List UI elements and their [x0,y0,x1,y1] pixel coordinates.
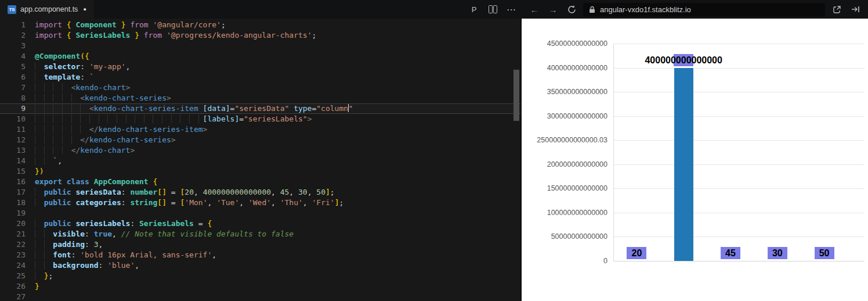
code-line[interactable]: 3 [0,41,520,51]
code-text: `, [26,156,62,166]
code-line[interactable]: 5 selector: 'my-app', [0,62,520,72]
code-line[interactable]: 22 padding: 3, [0,239,520,250]
line-number[interactable]: 13 [0,145,26,156]
code-token: : [85,230,94,238]
code-token: public [44,198,71,207]
code-text: <kendo-chart-series> [26,93,171,103]
code-line[interactable]: 10 [labels]="seriesLabels"> [0,114,520,124]
line-number[interactable]: 12 [0,135,26,145]
line-number[interactable]: 24 [0,260,26,271]
y-axis-tick-label: 50000000000000 [522,232,607,241]
code-line[interactable]: 1import { Component } from '@angular/cor… [0,20,520,30]
refresh-button[interactable] [565,2,578,16]
open-preview-pane-button[interactable] [848,2,862,16]
code-line[interactable]: 2import { SeriesLabels } from '@progress… [0,30,520,41]
line-number[interactable]: 19 [0,208,26,218]
line-number[interactable]: 4 [0,51,26,62]
code-line[interactable]: 9 <kendo-chart-series-item [data]="serie… [0,103,520,114]
code-line[interactable]: 6 template: ` [0,72,520,83]
code-line[interactable]: 20 public seriesLabels: SeriesLabels = { [0,218,520,229]
editor-scrollbar[interactable] [513,70,519,121]
line-number[interactable]: 2 [0,30,26,41]
line-number[interactable]: 11 [0,124,26,135]
code-token: { [67,20,71,29]
line-number[interactable]: 6 [0,72,26,83]
code-line[interactable]: 7 <kendo-chart> [0,83,520,93]
code-token: ; [330,188,335,196]
code-editor[interactable]: 1import { Component } from '@angular/cor… [0,19,520,301]
line-number[interactable]: 27 [0,292,26,301]
line-number[interactable]: 3 [0,41,26,51]
code-text: public seriesData: number[] = [20, 40000… [26,187,335,198]
line-number[interactable]: 21 [0,229,26,239]
line-number[interactable]: 10 [0,114,26,124]
code-line[interactable]: 13 </kendo-chart> [0,145,520,156]
code-line[interactable]: 11 </kendo-chart-series-item> [0,124,520,135]
code-token [289,104,294,113]
line-number[interactable]: 9 [0,103,26,114]
line-number[interactable]: 14 [0,156,26,166]
line-number[interactable]: 5 [0,62,26,72]
code-line[interactable]: 12 </kendo-chart-series> [0,135,520,145]
line-number[interactable]: 17 [0,187,26,198]
code-line[interactable]: 15}) [0,166,520,177]
code-line[interactable]: 16export class AppComponent { [0,177,520,187]
line-number[interactable]: 20 [0,218,26,229]
line-number[interactable]: 22 [0,239,26,250]
tab-label: app.component.ts [20,5,78,13]
code-line[interactable]: 26} [0,281,520,292]
code-token: > [171,135,176,144]
back-button[interactable]: ← [527,2,541,16]
gridline [613,92,865,92]
code-text: export class AppComponent { [26,177,157,187]
line-number[interactable]: 7 [0,83,26,93]
code-token: : [80,62,89,71]
code-token [35,104,89,113]
line-number[interactable]: 1 [0,20,26,30]
code-text: }; [26,271,53,281]
gridline [613,116,865,117]
code-token [198,104,203,113]
chart-bar[interactable] [674,68,693,261]
code-token: > [308,114,312,123]
code-text: import { Component } from '@angular/core… [26,20,226,30]
code-line[interactable]: 18 public categories: string[] = ['Mon',… [0,198,520,208]
code-token: : [71,250,81,259]
code-token: = [194,219,207,228]
y-axis-tick-label: 300000000000000 [522,112,607,121]
code-token: : [121,198,131,207]
more-actions-button[interactable]: ⋯ [504,2,518,16]
code-token: ` [53,156,57,165]
series-label-text: 20 [631,248,642,259]
code-token: categories [75,198,121,207]
tab-app-component-ts[interactable]: TS app.component.ts ● [0,0,94,19]
line-number[interactable]: 26 [0,281,26,292]
line-number[interactable]: 25 [0,271,26,281]
code-line[interactable]: 27 [0,292,520,301]
line-number[interactable]: 8 [0,93,26,103]
code-line[interactable]: 8 <kendo-chart-series> [0,93,520,103]
code-line[interactable]: 4@Component({ [0,51,520,62]
code-line[interactable]: 19 [0,208,520,218]
line-number[interactable]: 18 [0,198,26,208]
open-in-new-window-button[interactable] [830,2,844,16]
split-editor-button[interactable] [486,2,500,16]
code-line[interactable]: 17 public seriesData: number[] = [20, 40… [0,187,520,198]
code-token: < [89,104,94,113]
url-bar[interactable]: angular-vxdo1f.stackblitz.io [583,3,825,16]
line-number[interactable]: 23 [0,250,26,260]
line-number[interactable]: 16 [0,177,26,187]
y-axis-tick-label: 100000000000000 [522,208,607,217]
line-number[interactable]: 15 [0,166,26,177]
forward-button[interactable]: → [546,2,560,16]
code-token: ; [221,20,226,29]
code-token: } [135,31,139,40]
code-line[interactable]: 21 visible: true, // Note that visible d… [0,229,520,239]
code-line[interactable]: 14 `, [0,156,520,166]
code-text: </kendo-chart-series-item> [26,124,207,135]
code-line[interactable]: 23 font: 'bold 16px Arial, sans-serif', [0,250,520,260]
code-token: @Component [35,52,80,60]
code-line[interactable]: 25 }; [0,271,520,281]
code-line[interactable]: 24 background: 'blue', [0,260,520,271]
prettier-button[interactable]: P [467,2,481,16]
